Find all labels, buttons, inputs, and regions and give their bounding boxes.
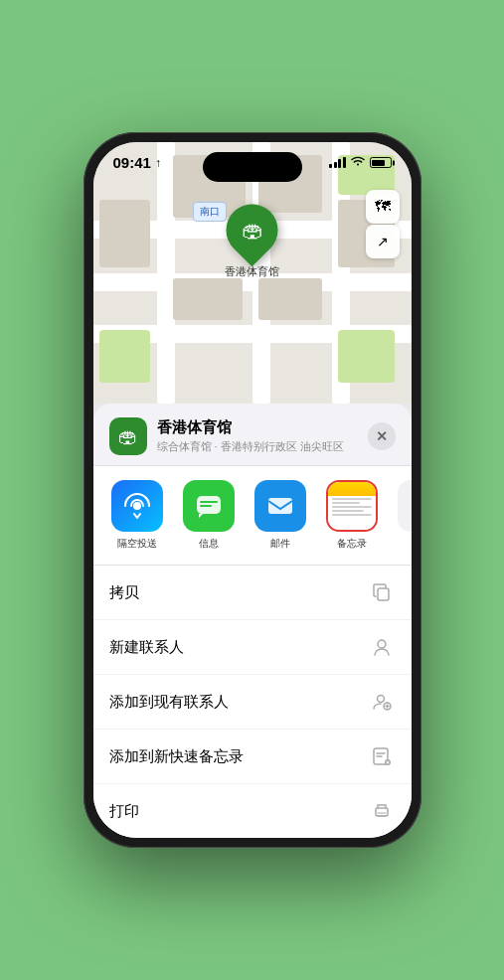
airdrop-icon bbox=[111, 480, 163, 532]
dynamic-island bbox=[203, 152, 302, 182]
print-icon bbox=[368, 797, 396, 825]
venue-subtitle: 综合体育馆 · 香港特别行政区 油尖旺区 bbox=[157, 439, 368, 454]
wifi-icon bbox=[351, 156, 365, 170]
svg-point-0 bbox=[133, 502, 141, 510]
venue-name: 香港体育馆 bbox=[157, 418, 368, 437]
svg-rect-3 bbox=[378, 588, 389, 600]
svg-rect-2 bbox=[268, 498, 292, 514]
bottom-sheet: 🏟 香港体育馆 综合体育馆 · 香港特别行政区 油尖旺区 ✕ bbox=[93, 404, 412, 838]
more-icon bbox=[398, 480, 412, 532]
action-print-label: 打印 bbox=[109, 802, 139, 821]
location-button[interactable]: ↗ bbox=[366, 225, 400, 258]
share-message[interactable]: 信息 bbox=[177, 480, 241, 551]
location-icon: ↗ bbox=[377, 234, 389, 249]
message-icon bbox=[183, 480, 235, 532]
map-pin: 🏟 香港体育馆 bbox=[225, 204, 279, 278]
new-contact-icon bbox=[368, 633, 396, 661]
location-arrow-icon: ↑ bbox=[155, 156, 161, 170]
action-new-contact-label: 新建联系人 bbox=[109, 638, 184, 657]
action-print[interactable]: 打印 bbox=[93, 784, 412, 838]
airdrop-label: 隔空投送 bbox=[117, 537, 157, 551]
share-notes[interactable]: 备忘录 bbox=[320, 480, 384, 551]
battery-icon bbox=[370, 157, 392, 168]
message-label: 信息 bbox=[199, 537, 219, 551]
action-new-contact[interactable]: 新建联系人 bbox=[93, 620, 412, 675]
copy-icon bbox=[368, 578, 396, 606]
map-location-label: 南口 bbox=[193, 202, 227, 222]
action-add-notes-label: 添加到新快速备忘录 bbox=[109, 747, 244, 766]
phone-frame: 09:41 ↑ bbox=[84, 132, 421, 848]
action-add-notes[interactable]: 添加到新快速备忘录 bbox=[93, 730, 412, 784]
mail-icon bbox=[254, 480, 306, 532]
venue-emoji: 🏟 bbox=[118, 425, 138, 448]
status-icons bbox=[329, 156, 392, 170]
pin-icon: 🏟 bbox=[242, 217, 263, 243]
mail-label: 邮件 bbox=[270, 537, 290, 551]
action-add-existing-label: 添加到现有联系人 bbox=[109, 693, 229, 712]
map-controls: 🗺 ↗ bbox=[366, 190, 400, 258]
notes-label: 备忘录 bbox=[337, 537, 367, 551]
share-airdrop[interactable]: 隔空投送 bbox=[105, 480, 169, 551]
add-notes-icon bbox=[368, 742, 396, 770]
svg-point-5 bbox=[377, 696, 384, 703]
action-add-existing[interactable]: 添加到现有联系人 bbox=[93, 675, 412, 730]
svg-point-4 bbox=[378, 640, 386, 648]
share-mail[interactable]: 邮件 bbox=[249, 480, 312, 551]
sheet-header: 🏟 香港体育馆 综合体育馆 · 香港特别行政区 油尖旺区 ✕ bbox=[93, 404, 412, 466]
share-row: 隔空投送 信息 bbox=[93, 466, 412, 566]
svg-rect-9 bbox=[376, 808, 388, 816]
close-button[interactable]: ✕ bbox=[368, 422, 396, 450]
map-type-icon: 🗺 bbox=[375, 198, 391, 216]
map-type-button[interactable]: 🗺 bbox=[366, 190, 400, 224]
venue-icon: 🏟 bbox=[109, 417, 147, 455]
action-list: 拷贝 新建联系人 bbox=[93, 566, 412, 838]
venue-info: 香港体育馆 综合体育馆 · 香港特别行政区 油尖旺区 bbox=[157, 418, 368, 454]
action-copy-label: 拷贝 bbox=[109, 583, 139, 602]
notes-icon bbox=[326, 480, 378, 532]
phone-screen: 09:41 ↑ bbox=[93, 142, 412, 838]
share-more[interactable]: 提 bbox=[392, 480, 412, 551]
status-time: 09:41 bbox=[113, 154, 151, 171]
signal-icon bbox=[329, 157, 346, 168]
add-existing-icon bbox=[368, 688, 396, 716]
action-copy[interactable]: 拷贝 bbox=[93, 566, 412, 620]
